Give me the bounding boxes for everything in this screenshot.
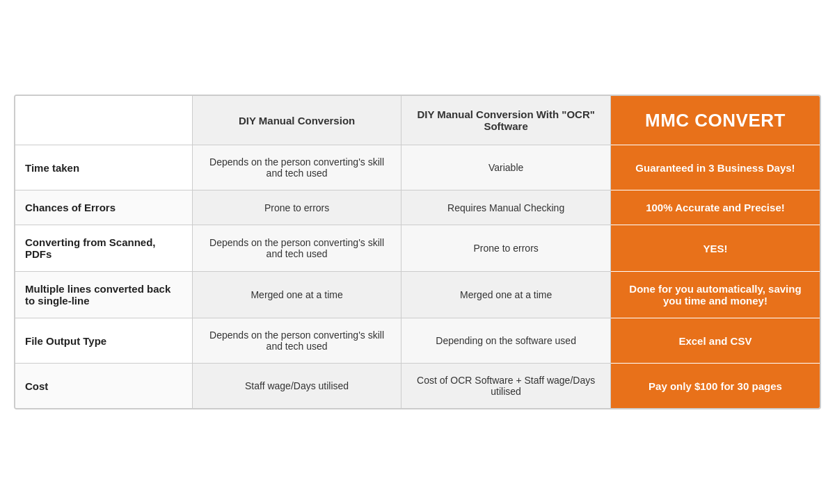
diy-cell: Depends on the person converting's skill… bbox=[192, 145, 401, 190]
table-row: Converting from Scanned, PDFsDepends on … bbox=[15, 225, 820, 272]
feature-cell: Time taken bbox=[15, 145, 192, 190]
table-row: File Output TypeDepends on the person co… bbox=[15, 318, 820, 364]
feature-cell: Converting from Scanned, PDFs bbox=[15, 225, 192, 272]
header-feature bbox=[15, 96, 192, 145]
table-row: Chances of ErrorsProne to errorsRequires… bbox=[15, 190, 820, 225]
table-row: CostStaff wage/Days utilisedCost of OCR … bbox=[15, 364, 820, 409]
ocr-cell: Variable bbox=[401, 145, 611, 190]
mmc-cell: Pay only $100 for 30 pages bbox=[610, 364, 820, 409]
ocr-cell: Depending on the software used bbox=[401, 318, 611, 364]
table-row: Time takenDepends on the person converti… bbox=[15, 145, 820, 190]
mmc-cell: Excel and CSV bbox=[610, 318, 820, 364]
diy-cell: Depends on the person converting's skill… bbox=[192, 318, 401, 364]
ocr-cell: Prone to errors bbox=[401, 225, 611, 272]
diy-cell: Prone to errors bbox=[192, 190, 401, 225]
header-ocr: DIY Manual Conversion With "OCR" Softwar… bbox=[401, 96, 611, 145]
feature-cell: Cost bbox=[15, 364, 192, 409]
ocr-cell: Cost of OCR Software + Staff wage/Days u… bbox=[401, 364, 611, 409]
ocr-cell: Requires Manual Checking bbox=[401, 190, 611, 225]
header-mmc: MMC CONVERT bbox=[610, 96, 820, 145]
mmc-cell: Guaranteed in 3 Business Days! bbox=[610, 145, 820, 190]
mmc-cell: 100% Accurate and Precise! bbox=[610, 190, 820, 225]
header-diy: DIY Manual Conversion bbox=[192, 96, 401, 145]
comparison-table-wrapper: DIY Manual Conversion DIY Manual Convers… bbox=[14, 95, 821, 409]
table-row: Multiple lines converted back to single-… bbox=[15, 272, 820, 318]
mmc-cell: Done for you automatically, saving you t… bbox=[610, 272, 820, 318]
feature-cell: Chances of Errors bbox=[15, 190, 192, 225]
diy-cell: Depends on the person converting's skill… bbox=[192, 225, 401, 272]
mmc-cell: YES! bbox=[610, 225, 820, 272]
ocr-cell: Merged one at a time bbox=[401, 272, 611, 318]
feature-cell: File Output Type bbox=[15, 318, 192, 364]
diy-cell: Staff wage/Days utilised bbox=[192, 364, 401, 409]
feature-cell: Multiple lines converted back to single-… bbox=[15, 272, 192, 318]
comparison-table: DIY Manual Conversion DIY Manual Convers… bbox=[15, 96, 820, 408]
diy-cell: Merged one at a time bbox=[192, 272, 401, 318]
